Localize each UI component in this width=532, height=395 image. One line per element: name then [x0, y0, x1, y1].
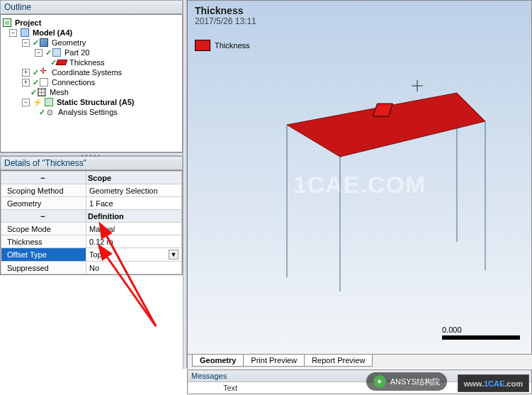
- prop-key: Suppressed: [1, 262, 86, 274]
- tree-model[interactable]: − Model (A4): [2, 28, 181, 38]
- wechat-badge: ✦ ANSYS结构院: [366, 372, 447, 391]
- mesh-icon: [38, 88, 46, 96]
- prop-key-offset: Offset Type: [1, 248, 86, 262]
- svg-marker-4: [287, 93, 485, 157]
- check-icon: [45, 48, 50, 57]
- part-icon: [52, 48, 61, 57]
- prop-key: Scoping Method: [1, 184, 86, 197]
- url-badge: www.1CAE.com: [458, 374, 529, 392]
- expander-icon[interactable]: −: [22, 39, 30, 47]
- geometry-icon: [40, 38, 48, 47]
- coord-icon: [40, 68, 48, 77]
- legend-swatch: [195, 40, 210, 51]
- lightning-icon: [33, 98, 43, 107]
- prop-value[interactable]: Geometry Selection: [86, 184, 182, 197]
- project-icon: [3, 18, 11, 27]
- expander-icon[interactable]: −: [35, 49, 43, 57]
- tree-connections[interactable]: + Connections: [2, 77, 181, 87]
- thickness-icon: [56, 60, 68, 65]
- scale-bar: 0.000: [442, 326, 520, 340]
- viewport-tabs: Geometry Print Preview Report Preview: [187, 355, 532, 369]
- prop-key: Scope Mode: [1, 223, 86, 235]
- tree-thickness[interactable]: Thickness: [2, 57, 181, 67]
- tree-part[interactable]: − Part 20: [2, 48, 181, 57]
- model-icon: [21, 28, 29, 37]
- tree-project[interactable]: Project: [2, 18, 181, 28]
- dropdown-arrow-icon[interactable]: ▼: [169, 250, 179, 260]
- section-toggle[interactable]: −: [1, 172, 86, 184]
- tree-analysis[interactable]: Analysis Settings: [2, 107, 181, 117]
- viewport-timestamp: 2017/5/26 13:11: [195, 16, 256, 26]
- check-icon: [33, 78, 38, 87]
- details-panel: −Scope Scoping MethodGeometry Selection …: [0, 170, 183, 275]
- legend: Thickness: [195, 40, 250, 51]
- model-shape: [244, 43, 492, 291]
- viewport-3d[interactable]: Thickness 2017/5/26 13:11 Thickness 1CAE…: [187, 0, 532, 355]
- tab-geometry[interactable]: Geometry: [192, 355, 244, 367]
- check-icon: [33, 68, 38, 77]
- tree-mesh[interactable]: Mesh: [2, 87, 181, 97]
- tree-coord[interactable]: + Coordinate Systems: [2, 67, 181, 77]
- tab-report-preview[interactable]: Report Preview: [304, 355, 373, 367]
- prop-key: Thickness: [1, 235, 86, 248]
- check-icon: [33, 38, 38, 48]
- static-icon: [45, 98, 53, 106]
- splitter[interactable]: [0, 152, 183, 156]
- expander-icon[interactable]: −: [22, 99, 30, 106]
- prop-value[interactable]: 0.12 m: [86, 235, 182, 248]
- outline-title: Outline: [0, 0, 183, 14]
- wechat-icon: ✦: [373, 375, 386, 388]
- section-definition: Definition: [86, 210, 182, 223]
- prop-key: Geometry: [1, 197, 86, 210]
- prop-value[interactable]: No: [86, 262, 182, 274]
- connections-icon: [40, 78, 48, 87]
- tree-geometry[interactable]: − Geometry: [2, 38, 181, 48]
- viewport-title: Thickness: [195, 5, 256, 16]
- check-icon: [39, 108, 44, 117]
- expander-icon[interactable]: −: [9, 29, 17, 37]
- tree-static[interactable]: − Static Structural (A5): [2, 97, 181, 107]
- prop-value[interactable]: 1 Face: [86, 197, 182, 210]
- check-icon: [30, 88, 35, 97]
- outline-tree[interactable]: Project − Model (A4) − Geometry − Part 2…: [0, 14, 183, 152]
- section-toggle[interactable]: −: [1, 210, 86, 223]
- section-scope: Scope: [86, 172, 182, 184]
- check-icon: [50, 58, 55, 67]
- prop-value[interactable]: Manual: [86, 223, 182, 235]
- prop-value-offset[interactable]: Top▼: [86, 248, 182, 262]
- analysis-icon: [46, 108, 55, 116]
- expander-icon[interactable]: +: [22, 79, 30, 87]
- expander-icon[interactable]: +: [22, 69, 30, 77]
- tab-print-preview[interactable]: Print Preview: [243, 355, 305, 367]
